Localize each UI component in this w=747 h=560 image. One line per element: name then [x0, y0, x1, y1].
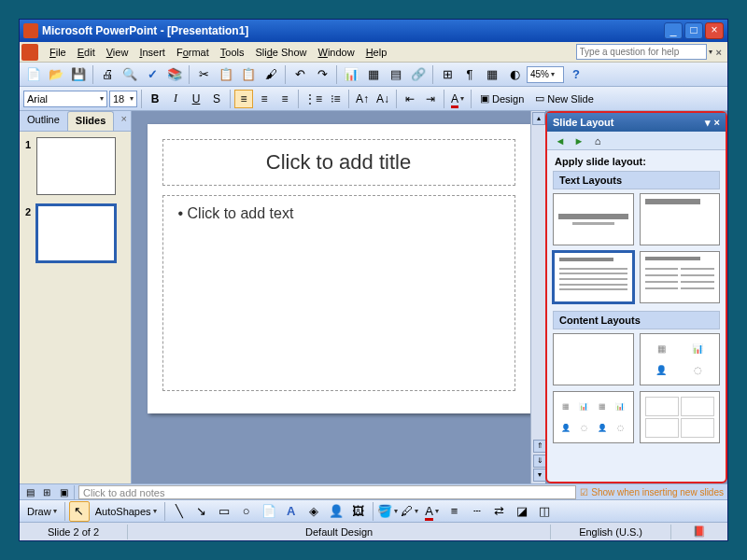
tab-slides[interactable]: Slides	[67, 111, 114, 131]
new-button[interactable]: 📄	[23, 64, 44, 85]
line-button[interactable]: ╲	[169, 501, 190, 522]
layout-title-only[interactable]	[640, 193, 721, 245]
zoom-combo[interactable]: 45%▾	[527, 66, 564, 83]
copy-button[interactable]: 📋	[216, 64, 236, 85]
panel-close-button[interactable]: ×	[118, 111, 131, 131]
design-button[interactable]: ▣ Design	[475, 90, 529, 108]
paste-button[interactable]: 📋	[238, 64, 259, 85]
sorter-view-button[interactable]: ⊞	[38, 485, 55, 499]
font-name-combo[interactable]: Arial▾	[23, 91, 107, 107]
bullets-button[interactable]: ⁝≡	[326, 90, 345, 108]
font-size-combo[interactable]: 18▾	[109, 91, 137, 107]
layout-title-text[interactable]	[553, 251, 634, 303]
redo-button[interactable]: ↷	[312, 64, 332, 85]
decrease-font-button[interactable]: A↓	[374, 90, 392, 108]
next-slide-icon[interactable]: ⇓	[533, 455, 545, 468]
rectangle-button[interactable]: ▭	[214, 501, 234, 522]
show-formatting-button[interactable]: ¶	[459, 64, 480, 85]
normal-view-button[interactable]: ▤	[21, 485, 38, 499]
research-button[interactable]: 📚	[164, 64, 185, 85]
increase-font-button[interactable]: A↑	[353, 90, 372, 108]
close-button[interactable]: ×	[705, 22, 724, 39]
status-spellcheck-icon[interactable]: 📕	[671, 525, 727, 538]
arrow-button[interactable]: ↘	[191, 501, 212, 522]
nav-fwd-icon[interactable]: ►	[571, 133, 586, 148]
new-slide-button[interactable]: ▭ New Slide	[530, 90, 599, 108]
menu-tools[interactable]: Tools	[215, 45, 250, 60]
slideshow-view-button[interactable]: ▣	[55, 485, 72, 499]
line-style-button[interactable]: ≡	[444, 501, 465, 522]
diagram-button[interactable]: ◈	[303, 501, 324, 522]
help-button[interactable]: ?	[566, 64, 586, 85]
menu-window[interactable]: Window	[313, 45, 360, 60]
expand-all-button[interactable]: ⊞	[437, 64, 458, 85]
taskpane-menu-icon[interactable]: ▾	[705, 117, 711, 129]
menu-insert[interactable]: Insert	[134, 45, 171, 60]
title-placeholder[interactable]: Click to add title	[162, 139, 515, 186]
help-search-input[interactable]	[576, 44, 707, 60]
textbox-button[interactable]: 📄	[259, 501, 279, 522]
table-button[interactable]: ▦	[363, 64, 384, 85]
shadow-button[interactable]: S	[207, 90, 226, 108]
menu-view[interactable]: View	[101, 45, 134, 60]
slide-thumb-2[interactable]	[36, 204, 116, 262]
maximize-button[interactable]: □	[684, 22, 703, 39]
font-color-button[interactable]: A▾	[448, 90, 467, 108]
slide-canvas[interactable]: Click to add title Click to add text	[148, 124, 530, 413]
undo-button[interactable]: ↶	[289, 64, 310, 85]
menu-edit[interactable]: Edit	[72, 45, 101, 60]
select-objects-button[interactable]: ↖	[69, 501, 90, 522]
taskpane-close-button[interactable]: ×	[714, 117, 720, 128]
arrow-style-button[interactable]: ⇄	[489, 501, 510, 522]
line-color-button[interactable]: 🖊▾	[400, 501, 420, 522]
cut-button[interactable]: ✂	[193, 64, 214, 85]
menu-format[interactable]: Format	[171, 45, 215, 60]
numbering-button[interactable]: ⋮≡	[303, 90, 324, 108]
shadow-style-button[interactable]: ◪	[512, 501, 532, 522]
menu-file[interactable]: File	[44, 45, 72, 60]
italic-button[interactable]: I	[166, 90, 185, 108]
layout-title-slide[interactable]	[553, 193, 634, 245]
dash-style-button[interactable]: ┄	[467, 501, 487, 522]
oval-button[interactable]: ○	[236, 501, 257, 522]
tables-borders-button[interactable]: ▤	[386, 64, 406, 85]
layout-content[interactable]: ▦📊👤◌	[640, 333, 721, 385]
nav-back-icon[interactable]: ◄	[553, 133, 568, 148]
menu-help[interactable]: Help	[360, 45, 393, 60]
font-color-draw-button[interactable]: A▾	[422, 501, 443, 522]
hyperlink-button[interactable]: 🔗	[408, 64, 429, 85]
chart-button[interactable]: 📊	[341, 64, 361, 85]
scroll-up-icon[interactable]: ▴	[532, 112, 545, 125]
underline-button[interactable]: U	[187, 90, 205, 108]
align-right-button[interactable]: ≡	[275, 90, 294, 108]
align-center-button[interactable]: ≡	[255, 90, 274, 108]
spellcheck-button[interactable]: ✓	[142, 64, 162, 85]
fill-color-button[interactable]: 🪣▾	[377, 501, 398, 522]
show-inserting-checkbox[interactable]: ☑ Show when inserting new slides	[576, 487, 727, 497]
layout-four-content[interactable]	[640, 391, 721, 443]
scroll-down-icon[interactable]: ▾	[533, 469, 545, 482]
slide-thumb-1[interactable]	[36, 137, 116, 195]
draw-menu[interactable]: Draw ▾	[23, 504, 61, 519]
increase-indent-button[interactable]: ⇥	[421, 90, 440, 108]
print-button[interactable]: 🖨	[97, 64, 118, 85]
prev-slide-icon[interactable]: ⇑	[533, 440, 545, 453]
color-grayscale-button[interactable]: ◐	[504, 64, 525, 85]
print-preview-button[interactable]: 🔍	[120, 64, 140, 85]
decrease-indent-button[interactable]: ⇤	[401, 90, 419, 108]
bold-button[interactable]: B	[146, 90, 164, 108]
vertical-scrollbar[interactable]: ▴ ⇑ ⇓ ▾	[530, 111, 545, 483]
3d-style-button[interactable]: ◫	[534, 501, 555, 522]
format-painter-button[interactable]: 🖌	[261, 64, 281, 85]
body-placeholder[interactable]: Click to add text	[162, 195, 515, 391]
open-button[interactable]: 📂	[46, 64, 66, 85]
doc-icon[interactable]	[21, 44, 38, 61]
picture-button[interactable]: 🖼	[348, 501, 369, 522]
notes-input[interactable]: Click to add notes	[78, 485, 576, 499]
tab-outline[interactable]: Outline	[20, 111, 67, 131]
layout-two-column-text[interactable]	[640, 251, 721, 303]
clipart-button[interactable]: 👤	[326, 501, 346, 522]
layout-list[interactable]: Text Layouts	[547, 171, 726, 482]
layout-title-content[interactable]: ▦📊👤◌ ▦📊👤◌	[553, 391, 634, 443]
wordart-button[interactable]: A	[281, 501, 302, 522]
